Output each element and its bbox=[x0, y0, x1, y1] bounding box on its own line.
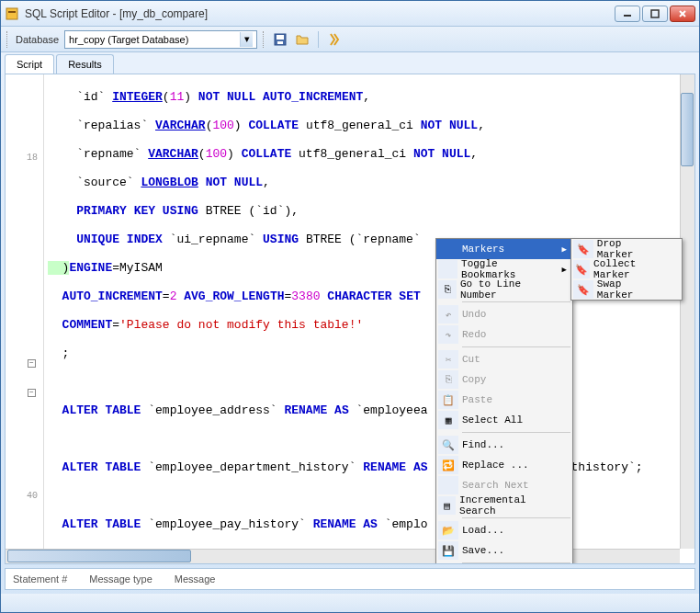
undo-icon: ↶ bbox=[438, 305, 458, 324]
toolbar-grip[interactable] bbox=[263, 31, 266, 48]
minimize-button[interactable] bbox=[615, 6, 640, 22]
tab-bar: Script Results bbox=[1, 52, 699, 74]
execute-icon[interactable] bbox=[326, 31, 343, 48]
tab-script[interactable]: Script bbox=[5, 54, 54, 74]
incremental-icon: ▤ bbox=[438, 496, 456, 515]
code-area[interactable]: `id` INTEGER(11) NOT NULL AUTO_INCREMENT… bbox=[44, 74, 694, 563]
titlebar[interactable]: SQL Script Editor - [my_db_compare] bbox=[1, 1, 699, 27]
context-menu: Markers▶ Toggle Bookmarks▶ ⎘Go to Line N… bbox=[435, 238, 573, 563]
menu-select-all[interactable]: ▦Select All bbox=[436, 410, 572, 430]
separator bbox=[462, 432, 570, 433]
menu-goto-line[interactable]: ⎘Go to Line Number bbox=[436, 279, 572, 300]
separator bbox=[318, 31, 319, 48]
col-statement: Statement # bbox=[13, 573, 67, 585]
separator bbox=[462, 562, 570, 563]
separator bbox=[462, 517, 570, 518]
menu-collect-marker[interactable]: 🔖Collect Marker bbox=[571, 259, 682, 279]
find-icon: 🔍 bbox=[438, 436, 458, 454]
drop-marker-icon: 🔖 bbox=[573, 240, 593, 258]
app-window: SQL Script Editor - [my_db_compare] Data… bbox=[0, 0, 700, 613]
code-editor[interactable]: 18 − − 40 `id` INTEGER(11) NOT NULL AUTO… bbox=[6, 74, 694, 563]
menu-markers[interactable]: Markers▶ bbox=[436, 239, 572, 259]
save-icon[interactable] bbox=[272, 31, 288, 48]
close-button[interactable] bbox=[670, 6, 695, 22]
menu-drop-marker[interactable]: 🔖Drop Marker bbox=[571, 239, 682, 259]
message-grid-header: Statement # Message type Message bbox=[5, 568, 695, 590]
svg-rect-7 bbox=[277, 35, 284, 40]
menu-cut[interactable]: ✂Cut bbox=[436, 349, 572, 369]
menu-swap-marker[interactable]: 🔖Swap Marker bbox=[571, 279, 682, 300]
col-msg-type: Message type bbox=[89, 573, 152, 585]
paste-icon: 📋 bbox=[438, 391, 458, 409]
status-bar bbox=[1, 594, 699, 612]
load-icon: 📂 bbox=[438, 521, 458, 539]
menu-redo[interactable]: ↷Redo bbox=[436, 324, 572, 345]
app-icon bbox=[5, 6, 19, 21]
menu-toggle-bookmarks[interactable]: Toggle Bookmarks▶ bbox=[436, 259, 572, 279]
menu-find[interactable]: 🔍Find... bbox=[436, 435, 572, 455]
line-number: 40 bbox=[27, 491, 38, 501]
maximize-button[interactable] bbox=[642, 6, 668, 22]
collect-marker-icon: 🔖 bbox=[573, 260, 590, 278]
editor-container: 18 − − 40 `id` INTEGER(11) NOT NULL AUTO… bbox=[5, 74, 695, 564]
save-icon: 💾 bbox=[438, 541, 458, 560]
menu-load[interactable]: 📂Load... bbox=[436, 520, 572, 540]
separator bbox=[462, 346, 570, 347]
toolbar: Database hr_copy (Target Database) ▾ bbox=[1, 27, 699, 52]
separator bbox=[462, 301, 570, 302]
svg-rect-1 bbox=[8, 11, 16, 13]
database-dropdown[interactable]: hr_copy (Target Database) ▾ bbox=[64, 30, 257, 49]
window-title: SQL Script Editor - [my_db_compare] bbox=[25, 7, 615, 20]
swap-marker-icon: 🔖 bbox=[573, 280, 593, 299]
svg-rect-0 bbox=[6, 8, 17, 19]
fold-icon[interactable]: − bbox=[28, 359, 36, 368]
tab-results[interactable]: Results bbox=[56, 54, 114, 74]
redo-icon: ↷ bbox=[438, 325, 458, 344]
goto-icon: ⎘ bbox=[438, 280, 457, 299]
menu-replace[interactable]: 🔁Replace ... bbox=[436, 455, 572, 475]
window-controls bbox=[615, 6, 695, 22]
chevron-down-icon: ▾ bbox=[240, 32, 253, 47]
line-number: 18 bbox=[27, 153, 38, 163]
toolbar-grip[interactable] bbox=[6, 31, 10, 48]
select-all-icon: ▦ bbox=[438, 411, 458, 429]
svg-rect-3 bbox=[651, 10, 659, 17]
menu-paste[interactable]: 📋Paste bbox=[436, 390, 572, 410]
fold-icon[interactable]: − bbox=[28, 389, 36, 397]
replace-icon: 🔁 bbox=[438, 456, 458, 474]
open-icon[interactable] bbox=[294, 31, 310, 48]
col-message: Message bbox=[175, 573, 216, 585]
copy-icon: ⎘ bbox=[438, 370, 458, 389]
database-value: hr_copy (Target Database) bbox=[69, 34, 188, 45]
horizontal-scrollbar[interactable] bbox=[6, 549, 680, 563]
vertical-scrollbar[interactable] bbox=[680, 74, 694, 549]
line-gutter[interactable]: 18 − − 40 bbox=[6, 74, 44, 563]
menu-save[interactable]: 💾Save... bbox=[436, 540, 572, 561]
svg-rect-8 bbox=[277, 41, 283, 44]
menu-search-next[interactable]: Search Next bbox=[436, 475, 572, 495]
menu-incremental[interactable]: ▤Incremental Search bbox=[436, 495, 572, 516]
menu-undo[interactable]: ↶Undo bbox=[436, 304, 572, 324]
database-label: Database bbox=[16, 34, 59, 45]
cut-icon: ✂ bbox=[438, 350, 458, 369]
markers-submenu: 🔖Drop Marker 🔖Collect Marker 🔖Swap Marke… bbox=[570, 238, 683, 301]
menu-copy[interactable]: ⎘Copy bbox=[436, 369, 572, 390]
